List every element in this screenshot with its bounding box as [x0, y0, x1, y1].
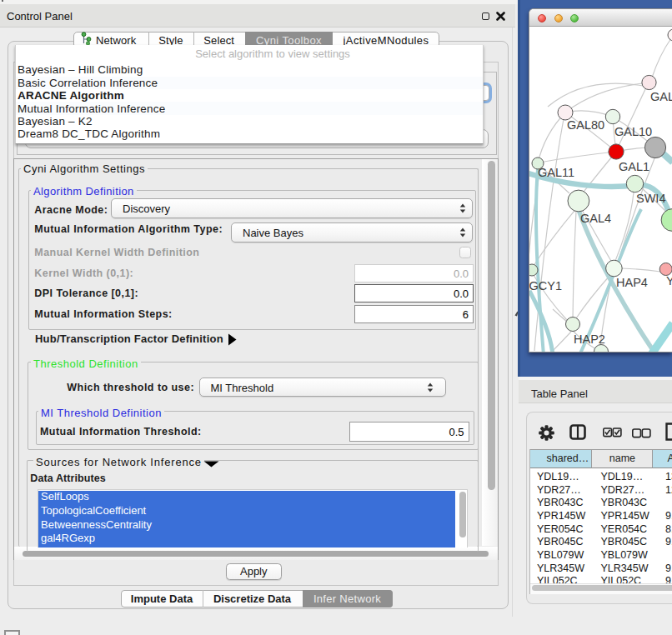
svg-text:SWI4: SWI4	[636, 192, 665, 205]
svg-text:Y: Y	[666, 274, 672, 288]
svg-text:GAL10: GAL10	[614, 125, 652, 138]
svg-text:GAL80: GAL80	[567, 118, 604, 132]
svg-text:GAL11: GAL11	[538, 166, 574, 179]
svg-text:GCY1: GCY1	[529, 279, 562, 292]
svg-text:GAL1: GAL1	[619, 160, 649, 173]
svg-text:HAP4: HAP4	[616, 276, 648, 289]
svg-text:GAL4: GAL4	[580, 212, 611, 225]
svg-text:HAP2: HAP2	[574, 332, 605, 346]
svg-text:GAL7: GAL7	[650, 90, 672, 103]
